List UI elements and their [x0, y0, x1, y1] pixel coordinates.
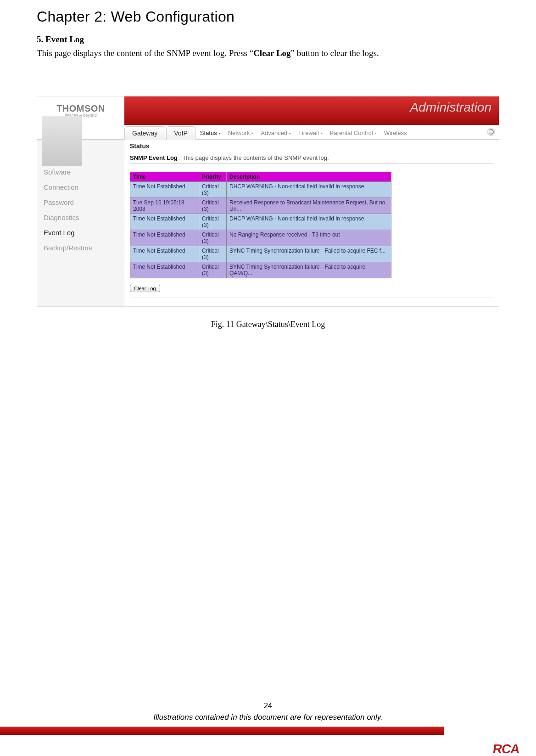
- cell-priority: Critical (3): [199, 197, 227, 214]
- footer-bar: [0, 727, 536, 745]
- snmp-colon: :: [178, 154, 183, 161]
- table-row: Tue Sep 16 19:05:18 2008Critical (3) Rec…: [130, 197, 391, 214]
- sidebar-item-password[interactable]: Password: [37, 195, 124, 210]
- brand-logo-title: THOMSON: [56, 103, 105, 114]
- sidebar-item-software[interactable]: Software: [37, 164, 124, 180]
- cell-desc: SYNC Timing Synchronization failure - Fa…: [227, 246, 391, 262]
- cell-desc: No Ranging Response received - T3 time-o…: [227, 230, 391, 246]
- tab-voip[interactable]: VoIP: [166, 126, 195, 140]
- cell-time: Time Not Established: [130, 246, 199, 262]
- main-panel: Status SNMP Event Log : This page displa…: [124, 140, 499, 306]
- section-body-bold: Clear Log: [253, 48, 290, 58]
- subnav-firewall[interactable]: Firewall -: [295, 127, 326, 139]
- page-number: 24: [0, 702, 536, 710]
- subnav-wireless[interactable]: Wireless: [380, 127, 411, 139]
- table-row: Time Not EstablishedCritical (3) SYNC Ti…: [130, 262, 391, 278]
- table-row: Time Not EstablishedCritical (3) No Rang…: [130, 230, 391, 246]
- gateway-admin-screenshot: THOMSON images & beyond Administration G…: [37, 96, 499, 307]
- footer-logo: RCA by THOMSON: [490, 742, 519, 756]
- sidebar-item-event-log[interactable]: Event Log: [37, 225, 124, 240]
- cell-desc: DHCP WARNING - Non-critical field invali…: [227, 181, 391, 197]
- col-time: Time: [130, 172, 199, 181]
- header-bar: THOMSON images & beyond Administration: [37, 96, 499, 125]
- cell-time: Time Not Established: [130, 181, 199, 197]
- cell-priority: Critical (3): [199, 214, 227, 230]
- table-row: Time Not EstablishedCritical (3) SYNC Ti…: [130, 246, 391, 262]
- divider: [130, 163, 493, 164]
- sidebar-item-connection[interactable]: Connection: [37, 180, 124, 195]
- col-priority: Priority: [199, 172, 227, 181]
- table-row: Time Not EstablishedCritical (3) DHCP WA…: [130, 181, 391, 197]
- refresh-icon[interactable]: [487, 128, 495, 136]
- cell-desc: Received Response to Broadcast Maintenan…: [227, 197, 391, 214]
- footer-disclaimer: Illustrations contained in this document…: [0, 713, 536, 722]
- snmp-label: SNMP Event Log: [130, 154, 178, 161]
- tab-gateway[interactable]: Gateway: [124, 126, 165, 140]
- snmp-text: This page displays the contents of the S…: [182, 154, 329, 161]
- table-row: Time Not EstablishedCritical (3) DHCP WA…: [130, 214, 391, 230]
- rca-logo: RCA: [490, 742, 519, 756]
- subnav-status[interactable]: Status -: [196, 127, 224, 139]
- cell-priority: Critical (3): [199, 246, 227, 262]
- avatar-image: [42, 116, 82, 166]
- divider-bottom: [130, 298, 493, 298]
- section-body: This page displays the content of the SN…: [37, 47, 499, 59]
- figure-caption: Fig. 11 Gateway\Status\Event Log: [37, 320, 499, 329]
- col-description: Description: [227, 172, 391, 181]
- status-heading: Status: [130, 142, 493, 150]
- sidebar: Software Connection Password Diagnostics…: [37, 140, 124, 306]
- rca-logo-text: RCA: [492, 742, 520, 756]
- cell-time: Time Not Established: [130, 262, 199, 278]
- banner-title: Administration: [410, 100, 491, 115]
- table-header-row: Time Priority Description: [130, 172, 391, 181]
- subnav-network[interactable]: Network -: [224, 127, 257, 139]
- cell-priority: Critical (3): [199, 262, 227, 278]
- sidebar-item-backup-restore[interactable]: Backup/Restore: [37, 240, 124, 255]
- subnav-parental-control[interactable]: Parental Control -: [326, 127, 380, 139]
- section-body-pre: This page displays the content of the SN…: [37, 48, 253, 58]
- subnav-advanced[interactable]: Advanced -: [257, 127, 295, 139]
- cell-time: Time Not Established: [130, 230, 199, 246]
- cell-priority: Critical (3): [199, 181, 227, 197]
- snmp-description: SNMP Event Log : This page displays the …: [130, 154, 493, 161]
- footer-red-stripe: [0, 727, 444, 735]
- cell-desc: SYNC Timing Synchronization failure - Fa…: [227, 262, 391, 278]
- cell-time: Time Not Established: [130, 214, 199, 230]
- event-log-table: Time Priority Description Time Not Estab…: [130, 172, 391, 278]
- section-body-post: ” button to clear the logs.: [291, 48, 379, 58]
- sidebar-item-diagnostics[interactable]: Diagnostics: [37, 210, 124, 225]
- cell-desc: DHCP WARNING - Non-critical field invali…: [227, 214, 391, 230]
- section-title: 5. Event Log: [37, 34, 499, 45]
- tab-bar: Gateway VoIP Status - Network - Advanced…: [37, 125, 499, 140]
- cell-priority: Critical (3): [199, 230, 227, 246]
- chapter-title: Chapter 2: Web Configuration: [37, 8, 499, 25]
- cell-time: Tue Sep 16 19:05:18 2008: [130, 197, 199, 214]
- clear-log-button[interactable]: Clear Log: [130, 285, 160, 292]
